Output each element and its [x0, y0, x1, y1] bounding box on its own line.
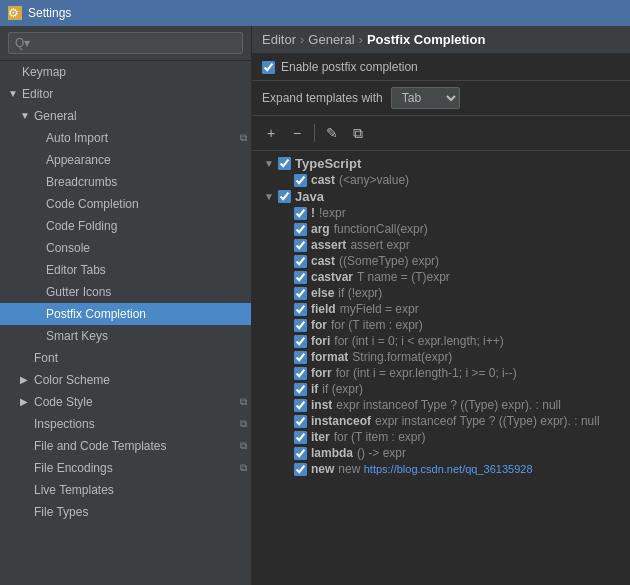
enable-checkbox[interactable] — [262, 61, 275, 74]
item-checkbox[interactable] — [294, 399, 307, 412]
item-checkbox[interactable] — [294, 319, 307, 332]
comp-group-typescript[interactable]: ▼TypeScript — [252, 155, 630, 172]
comp-item-cast[interactable]: cast((SomeType) expr) — [252, 253, 630, 269]
sidebar-item-gutter-icons[interactable]: Gutter Icons — [0, 281, 251, 303]
item-checkbox[interactable] — [294, 463, 307, 476]
settings-icon: ⚙ — [8, 6, 22, 20]
item-checkbox[interactable] — [294, 255, 307, 268]
item-checkbox[interactable] — [294, 447, 307, 460]
arrow-icon — [32, 242, 44, 254]
sidebar-item-editor[interactable]: Editor — [0, 83, 251, 105]
item-key: ! — [311, 206, 315, 220]
sidebar-item-postfix-completion[interactable]: Postfix Completion — [0, 303, 251, 325]
sidebar-item-color-scheme[interactable]: Color Scheme — [0, 369, 251, 391]
expand-select[interactable]: Tab Enter Space — [391, 87, 460, 109]
sidebar-item-code-completion[interactable]: Code Completion — [0, 193, 251, 215]
remove-button[interactable]: − — [286, 122, 308, 144]
sidebar-item-appearance[interactable]: Appearance — [0, 149, 251, 171]
arrow-icon — [20, 396, 32, 408]
item-checkbox[interactable] — [294, 383, 307, 396]
sidebar-item-label: Code Folding — [46, 219, 117, 233]
sidebar-item-file-code-templates[interactable]: File and Code Templates⧉ — [0, 435, 251, 457]
sidebar-item-live-templates[interactable]: Live Templates — [0, 479, 251, 501]
comp-item-new[interactable]: newnew https://blog.csdn.net/qq_36135928 — [252, 461, 630, 477]
item-key: cast — [311, 173, 335, 187]
item-key: cast — [311, 254, 335, 268]
comp-item-lambda[interactable]: lambda() -> expr — [252, 445, 630, 461]
completion-list: ▼TypeScriptcast(<any>value)▼Java!!exprar… — [252, 151, 630, 585]
search-box — [0, 26, 251, 61]
comp-item-fori[interactable]: forifor (int i = 0; i < expr.length; i++… — [252, 333, 630, 349]
sidebar-item-label: Editor Tabs — [46, 263, 106, 277]
arrow-icon — [8, 66, 20, 78]
search-input[interactable] — [8, 32, 243, 54]
item-checkbox[interactable] — [294, 287, 307, 300]
comp-item-format[interactable]: formatString.format(expr) — [252, 349, 630, 365]
breadcrumb-editor: Editor — [262, 32, 296, 47]
sidebar-item-font[interactable]: Font — [0, 347, 251, 369]
item-checkbox[interactable] — [294, 367, 307, 380]
comp-item--[interactable]: !!expr — [252, 205, 630, 221]
add-button[interactable]: + — [260, 122, 282, 144]
comp-item-instanceof[interactable]: instanceofexpr instanceof Type ? ((Type)… — [252, 413, 630, 429]
comp-group-java[interactable]: ▼Java — [252, 188, 630, 205]
copy-icon: ⧉ — [240, 462, 247, 474]
sidebar-item-smart-keys[interactable]: Smart Keys — [0, 325, 251, 347]
comp-item-castvar[interactable]: castvarT name = (T)expr — [252, 269, 630, 285]
item-checkbox[interactable] — [294, 351, 307, 364]
item-checkbox[interactable] — [294, 431, 307, 444]
arrow-icon — [20, 352, 32, 364]
comp-item-for[interactable]: forfor (T item : expr) — [252, 317, 630, 333]
sidebar-item-label: Inspections — [34, 417, 95, 431]
copy-button[interactable]: ⧉ — [347, 122, 369, 144]
item-key: inst — [311, 398, 332, 412]
sidebar-item-file-types[interactable]: File Types — [0, 501, 251, 523]
item-checkbox[interactable] — [294, 271, 307, 284]
comp-item-if[interactable]: ifif (expr) — [252, 381, 630, 397]
sidebar-item-label: Appearance — [46, 153, 111, 167]
item-checkbox[interactable] — [294, 207, 307, 220]
comp-item-inst[interactable]: instexpr instanceof Type ? ((Type) expr)… — [252, 397, 630, 413]
copy-icon: ⧉ — [240, 418, 247, 430]
sidebar-item-auto-import[interactable]: Auto Import⧉ — [0, 127, 251, 149]
item-checkbox[interactable] — [294, 239, 307, 252]
comp-item-else[interactable]: elseif (!expr) — [252, 285, 630, 301]
item-key: field — [311, 302, 336, 316]
arrow-icon — [20, 440, 32, 452]
comp-item-field[interactable]: fieldmyField = expr — [252, 301, 630, 317]
sidebar-item-code-folding[interactable]: Code Folding — [0, 215, 251, 237]
item-checkbox[interactable] — [294, 174, 307, 187]
group-checkbox[interactable] — [278, 157, 291, 170]
item-desc: myField = expr — [340, 302, 419, 316]
expand-label: Expand templates with — [262, 91, 383, 105]
sidebar: KeymapEditorGeneralAuto Import⧉Appearanc… — [0, 26, 252, 585]
sidebar-item-general[interactable]: General — [0, 105, 251, 127]
sidebar-item-console[interactable]: Console — [0, 237, 251, 259]
sidebar-item-file-encodings[interactable]: File Encodings⧉ — [0, 457, 251, 479]
tree-container: KeymapEditorGeneralAuto Import⧉Appearanc… — [0, 61, 251, 523]
content-area: Editor › General › Postfix Completion En… — [252, 26, 630, 585]
sidebar-item-editor-tabs[interactable]: Editor Tabs — [0, 259, 251, 281]
edit-button[interactable]: ✎ — [321, 122, 343, 144]
item-checkbox[interactable] — [294, 335, 307, 348]
breadcrumb-current: Postfix Completion — [367, 32, 485, 47]
item-checkbox[interactable] — [294, 415, 307, 428]
arrow-icon — [32, 176, 44, 188]
sidebar-item-label: Live Templates — [34, 483, 114, 497]
comp-item-assert[interactable]: assertassert expr — [252, 237, 630, 253]
sidebar-item-label: Gutter Icons — [46, 285, 111, 299]
item-key: castvar — [311, 270, 353, 284]
comp-item-arg[interactable]: argfunctionCall(expr) — [252, 221, 630, 237]
item-checkbox[interactable] — [294, 223, 307, 236]
sidebar-item-inspections[interactable]: Inspections⧉ — [0, 413, 251, 435]
comp-item-iter[interactable]: iterfor (T item : expr) — [252, 429, 630, 445]
sidebar-item-code-style[interactable]: Code Style⧉ — [0, 391, 251, 413]
group-checkbox[interactable] — [278, 190, 291, 203]
title-bar: ⚙ Settings — [0, 0, 630, 26]
sidebar-item-breadcrumbs[interactable]: Breadcrumbs — [0, 171, 251, 193]
comp-item-forr[interactable]: forrfor (int i = expr.length-1; i >= 0; … — [252, 365, 630, 381]
item-checkbox[interactable] — [294, 303, 307, 316]
comp-item-cast[interactable]: cast(<any>value) — [252, 172, 630, 188]
arrow-icon — [32, 220, 44, 232]
sidebar-item-keymap[interactable]: Keymap — [0, 61, 251, 83]
